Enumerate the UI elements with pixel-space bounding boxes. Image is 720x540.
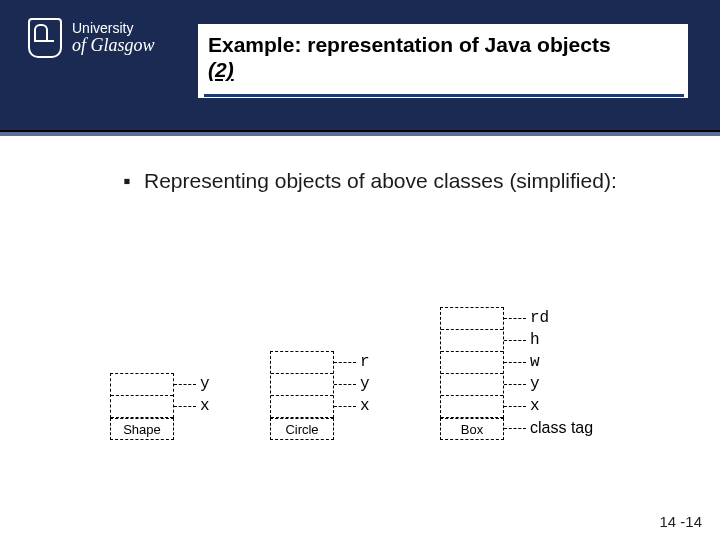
box-field-y: [441, 374, 503, 396]
circle-label-x: x: [360, 397, 370, 415]
title-rule: [204, 94, 684, 97]
circle-label-y: y: [360, 375, 370, 393]
bullet-row: ▪ Representing objects of above classes …: [120, 168, 680, 194]
box-field-x: [441, 396, 503, 418]
box-tag: Box: [461, 422, 483, 437]
box-label-h: h: [530, 331, 540, 349]
box-field-w: [441, 352, 503, 374]
university-logo: University of Glasgow: [28, 18, 155, 58]
circle-field-r: [271, 352, 333, 374]
slide: University of Glasgow Example: represent…: [0, 0, 720, 540]
box-class-tag-label: class tag: [530, 419, 593, 437]
title-box: Example: representation of Java objects …: [198, 24, 688, 98]
leader-line: [174, 384, 196, 385]
circle-tag: Circle: [285, 422, 318, 437]
shape-tag-cell: Shape: [110, 418, 174, 440]
leader-line: [504, 362, 526, 363]
circle-label-r: r: [360, 353, 370, 371]
slide-title: Example: representation of Java objects: [208, 32, 678, 58]
bullet-text: Representing objects of above classes (s…: [144, 168, 680, 194]
box-tag-cell: Box: [440, 418, 504, 440]
circle-tag-cell: Circle: [270, 418, 334, 440]
leader-line: [504, 384, 526, 385]
shield-icon: [28, 18, 62, 58]
leader-line: [504, 318, 526, 319]
shape-label-x: x: [200, 397, 210, 415]
leader-line: [334, 384, 356, 385]
box-label-y: y: [530, 375, 540, 393]
university-name: University of Glasgow: [72, 21, 155, 55]
diagram: Shape y x Circle r y x: [110, 240, 620, 440]
page-number: 14 -14: [659, 513, 702, 530]
shape-stack: [110, 373, 174, 418]
box-field-rd: [441, 308, 503, 330]
logo-line1: University: [72, 21, 155, 36]
leader-line: [504, 406, 526, 407]
bullet-mark-icon: ▪: [120, 168, 134, 194]
circle-field-x: [271, 396, 333, 418]
leader-line: [504, 428, 526, 429]
circle-field-y: [271, 374, 333, 396]
body: ▪ Representing objects of above classes …: [120, 168, 680, 194]
leader-line: [174, 406, 196, 407]
leader-line: [334, 406, 356, 407]
leader-line: [334, 362, 356, 363]
box-label-x: x: [530, 397, 540, 415]
shape-label-y: y: [200, 375, 210, 393]
box-stack: [440, 307, 504, 418]
slide-subtitle: (2): [208, 58, 678, 82]
shape-field-y: [111, 374, 173, 396]
leader-line: [504, 340, 526, 341]
circle-stack: [270, 351, 334, 418]
logo-line2: of Glasgow: [72, 36, 155, 55]
box-field-h: [441, 330, 503, 352]
shape-tag: Shape: [123, 422, 161, 437]
shape-field-x: [111, 396, 173, 418]
box-label-w: w: [530, 353, 540, 371]
box-label-rd: rd: [530, 309, 549, 327]
